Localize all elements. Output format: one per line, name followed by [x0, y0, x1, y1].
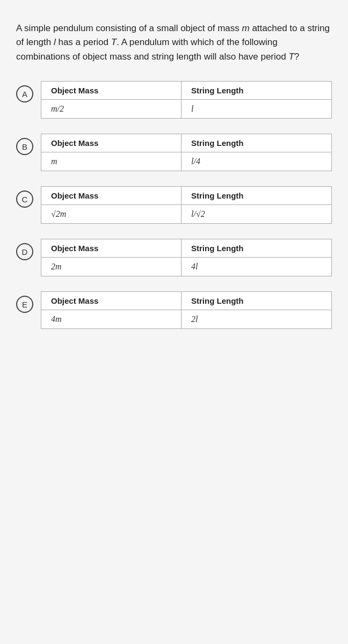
option-a-row: A Object Mass String Length m/2 l — [16, 81, 332, 119]
option-c-mass-header: Object Mass — [41, 187, 182, 205]
option-d-length-header: String Length — [182, 239, 332, 258]
mass-variable: m — [242, 23, 249, 33]
question-text: A simple pendulum consisting of a small … — [16, 21, 332, 64]
option-d-mass-header: Object Mass — [41, 239, 182, 258]
option-b-mass-value: m — [41, 152, 182, 171]
option-e-mass-header: Object Mass — [41, 292, 182, 310]
option-a-mass-value: m/2 — [41, 100, 182, 119]
option-e-table: Object Mass String Length 4m 2l — [41, 291, 332, 329]
option-a-mass-header: Object Mass — [41, 82, 182, 100]
option-b-row: B Object Mass String Length m l/4 — [16, 134, 332, 171]
option-c-row: C Object Mass String Length √2m l/√2 — [16, 186, 332, 224]
option-b-length-header: String Length — [182, 134, 332, 152]
option-e-mass-value: 4m — [41, 310, 182, 329]
option-d-circle: D — [16, 243, 33, 260]
option-a-circle: A — [16, 85, 33, 103]
option-d-row: D Object Mass String Length 2m 4l — [16, 239, 332, 276]
option-e-row: E Object Mass String Length 4m 2l — [16, 291, 332, 329]
option-b-circle: B — [16, 138, 33, 155]
options-container: A Object Mass String Length m/2 l B Obje… — [16, 81, 332, 329]
option-c-circle: C — [16, 191, 33, 208]
option-c-length-header: String Length — [182, 187, 332, 205]
option-b-table: Object Mass String Length m l/4 — [41, 134, 332, 171]
option-e-length-value: 2l — [182, 310, 332, 329]
option-c-mass-value: √2m — [41, 205, 182, 224]
option-a-length-header: String Length — [182, 82, 332, 100]
option-b-mass-header: Object Mass — [41, 134, 182, 152]
option-c-table: Object Mass String Length √2m l/√2 — [41, 186, 332, 224]
option-a-table: Object Mass String Length m/2 l — [41, 81, 332, 119]
option-b-length-value: l/4 — [182, 152, 332, 171]
period-variable-2: T — [288, 52, 294, 62]
option-a-length-value: l — [182, 100, 332, 119]
option-e-length-header: String Length — [182, 292, 332, 310]
option-c-length-value: l/√2 — [182, 205, 332, 224]
option-d-mass-value: 2m — [41, 258, 182, 276]
length-variable: l — [54, 37, 56, 47]
option-d-length-value: 4l — [182, 258, 332, 276]
option-d-table: Object Mass String Length 2m 4l — [41, 239, 332, 276]
period-variable: T — [111, 37, 117, 47]
option-e-circle: E — [16, 296, 33, 313]
